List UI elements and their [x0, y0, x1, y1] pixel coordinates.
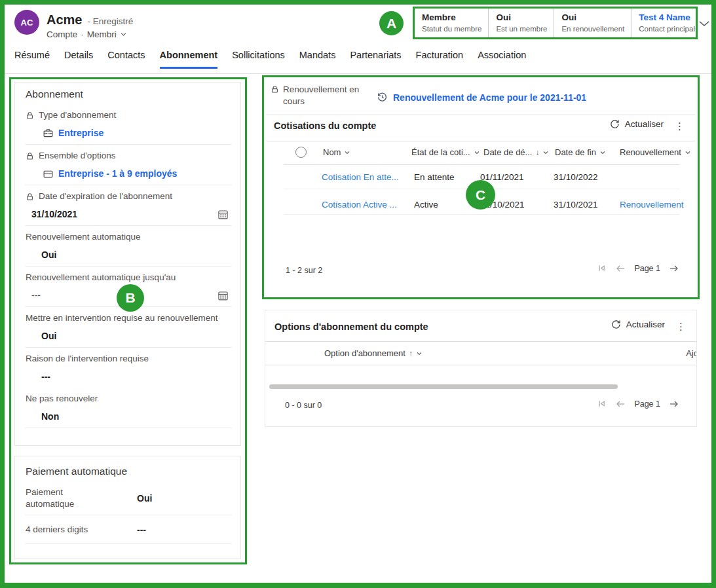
column-header-fin[interactable]: Date de fin — [555, 147, 606, 157]
first-page-icon[interactable] — [597, 263, 607, 273]
date-value[interactable]: --- — [31, 289, 41, 302]
lock-icon — [26, 152, 34, 160]
divider — [265, 365, 696, 365]
toolbox-icon — [43, 128, 54, 139]
field-raison-intervention: Raison de l'intervention requise --- — [26, 348, 231, 388]
field-label: Renouvellement automatique jusqu'au — [26, 272, 176, 284]
field-label: Renouvellement automatique — [26, 231, 141, 243]
form-selector[interactable]: Membri — [87, 29, 117, 39]
previous-page-icon[interactable] — [615, 264, 626, 273]
entity-type-label: Compte — [47, 29, 77, 39]
refresh-button[interactable]: Actualiser — [610, 119, 664, 129]
previous-page-icon[interactable] — [615, 399, 626, 409]
first-page-icon[interactable] — [597, 399, 607, 409]
field-value[interactable]: Non — [41, 411, 231, 423]
header-field-contact-principal[interactable]: Test 4 Name Contact principal — [631, 9, 702, 37]
tab-sollicitations[interactable]: Sollicitations — [232, 50, 285, 69]
refresh-button[interactable]: Actualiser — [611, 320, 665, 329]
field-value[interactable]: --- — [137, 524, 146, 535]
separator-dot: · — [81, 29, 84, 39]
field-label: Mettre en intervention requise au renouv… — [26, 312, 217, 324]
date-value[interactable]: 31/10/2021 — [31, 208, 77, 221]
column-header-renouvellement[interactable]: Renouvellement — [620, 147, 691, 157]
next-page-icon[interactable] — [669, 264, 679, 273]
field-label: Type d'abonnement — [39, 109, 116, 121]
field-label: Ne pas renouveler — [26, 393, 98, 405]
more-vertical-icon[interactable]: ⋮ — [675, 120, 685, 132]
field-label: Date d'expiration de l'abonnement — [39, 191, 172, 202]
more-vertical-icon[interactable]: ⋮ — [676, 321, 686, 333]
horizontal-scrollbar[interactable] — [269, 384, 618, 389]
renewal-link[interactable]: Renouvellement de Acme pour le 2021-11-0… — [393, 92, 586, 103]
header-field-label: Est un membre — [496, 24, 547, 33]
page-title: Acme — [47, 12, 82, 28]
annotation-circle-c: C — [466, 180, 495, 210]
divider — [267, 141, 695, 141]
tab-association[interactable]: Association — [478, 50, 526, 69]
grid-link-cotisation[interactable]: Cotisation En atte... — [322, 172, 399, 183]
grid-link-cotisation[interactable]: Cotisation Active ... — [322, 199, 397, 210]
tab-details[interactable]: Details — [64, 50, 93, 69]
tab-contacts[interactable]: Contacts — [107, 50, 145, 69]
contact-principal-link[interactable]: Test 4 Name — [639, 12, 695, 23]
field-value[interactable]: Oui — [137, 493, 152, 504]
tab-mandats[interactable]: Mandats — [299, 50, 336, 69]
field-ne-pas-renouveler: Ne pas renouveler Non — [26, 388, 231, 428]
tab-partenariats[interactable]: Partenariats — [350, 50, 401, 69]
cell-fin: 31/10/2021 — [554, 199, 598, 210]
subscription-section: Abonnement Type d'abonnement Entreprise … — [14, 82, 241, 446]
sort-chevron-icon — [599, 149, 606, 156]
column-header-etat[interactable]: État de la coti... — [411, 147, 480, 157]
tab-facturation[interactable]: Facturation — [416, 50, 464, 69]
field-paiement-automatique: Paiement automatique Oui — [26, 481, 231, 515]
field-label: Ensemble d'options — [39, 150, 115, 162]
header-field-est-membre[interactable]: Oui Est un membre — [489, 9, 554, 37]
lock-icon — [271, 85, 279, 107]
divider — [265, 341, 696, 342]
row-divider — [284, 214, 679, 215]
column-header-option[interactable]: Option d'abonnement ↑ — [324, 348, 423, 358]
page-label: Page 1 — [634, 399, 660, 409]
header-field-en-renouvellement[interactable]: Oui En renouvellement — [554, 9, 631, 37]
tab-abonnement[interactable]: Abonnement — [160, 50, 218, 69]
header-field-value: Oui — [496, 12, 547, 23]
calendar-icon[interactable] — [217, 290, 229, 301]
cell-etat: Active — [414, 199, 438, 210]
avatar[interactable]: AC — [14, 10, 39, 35]
field-label: Paiement automatique — [26, 487, 109, 510]
header-field-label: Statut du membre — [422, 24, 481, 33]
field-value[interactable]: Oui — [41, 249, 231, 261]
sort-chevron-icon — [416, 350, 423, 357]
header-field-value: Membre — [422, 12, 481, 23]
sort-chevron-icon — [344, 149, 350, 156]
select-all-circle[interactable] — [295, 147, 307, 158]
cell-etat: En attente — [414, 172, 455, 183]
column-header-debut[interactable]: Date de dé... ↓ — [483, 147, 549, 157]
next-page-icon[interactable] — [669, 399, 679, 409]
field-value-link[interactable]: Entreprise — [43, 127, 231, 139]
options-grid: Options d'abonnement du compte Actualise… — [265, 310, 697, 427]
field-value[interactable]: --- — [41, 371, 231, 383]
briefcase-icon — [43, 168, 54, 179]
field-ensemble-options: Ensemble d'options Entreprise - 1 à 9 em… — [26, 145, 231, 185]
field-value-link[interactable]: Entreprise - 1 à 9 employés — [43, 168, 231, 180]
grid-link-renouvellement[interactable]: Renouvellement — [620, 199, 684, 210]
sort-chevron-icon — [542, 149, 549, 156]
calendar-icon[interactable] — [217, 209, 229, 220]
column-header-nom[interactable]: Nom — [323, 147, 350, 157]
field-label: Raison de l'intervention requise — [26, 353, 149, 365]
header-field-value: Oui — [561, 12, 624, 23]
sort-chevron-icon — [685, 149, 691, 156]
record-count: 1 - 2 sur 2 — [286, 266, 322, 275]
field-intervention-requise: Mettre en intervention requise au renouv… — [26, 307, 231, 348]
form-chevron-icon[interactable] — [120, 31, 127, 38]
tab-resume[interactable]: Résumé — [14, 50, 50, 69]
header-field-statut[interactable]: Membre Statut du membre — [415, 9, 489, 37]
payment-section: Paiement automatique Paiement automatiqu… — [14, 456, 241, 559]
header-field-label: Contact principal — [639, 24, 695, 33]
header-field-label: En renouvellement — [561, 24, 624, 33]
lock-icon — [26, 193, 34, 201]
header-expand-chevron-icon[interactable] — [698, 19, 710, 28]
column-header-add-truncated[interactable]: Ajo — [686, 348, 697, 358]
field-value[interactable]: Oui — [41, 330, 231, 342]
